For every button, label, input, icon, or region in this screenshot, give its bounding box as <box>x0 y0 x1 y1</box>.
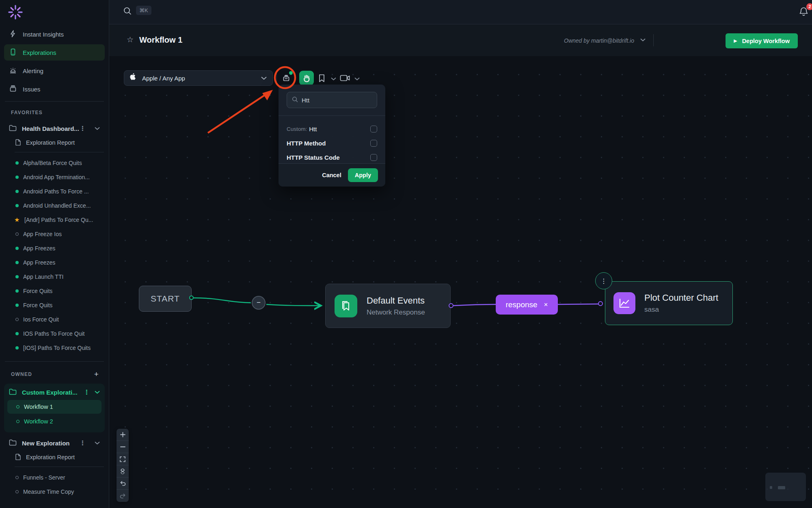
list-item[interactable]: Force Quits <box>0 284 109 298</box>
cancel-button[interactable]: Cancel <box>322 172 341 178</box>
favorites-folder-health-dashboard[interactable]: Health Dashboard... ⋮ <box>0 121 109 136</box>
popup-search-input[interactable] <box>302 97 367 104</box>
bookmark-button[interactable] <box>316 73 327 83</box>
edge-label-pill[interactable]: response × <box>496 295 558 315</box>
list-item[interactable]: Funnels - Server <box>0 470 109 484</box>
sidebar-item-workflow-2[interactable]: Workflow 2 <box>7 415 102 428</box>
zoom-out-button[interactable] <box>117 441 129 453</box>
green-dot-icon <box>15 304 19 307</box>
fit-view-button[interactable] <box>117 453 129 465</box>
sidebar-item-instant-insights[interactable]: Instant Insights <box>4 26 105 42</box>
sidebar-scroll: Instant Insights Explorations Alerting I… <box>0 24 109 508</box>
sidebar-item-issues[interactable]: Issues <box>4 81 105 97</box>
list-item[interactable]: Ios Force Quit <box>0 312 109 326</box>
collapse-edge-button[interactable]: − <box>252 296 266 310</box>
status-dot-icon <box>289 71 293 75</box>
redo-button[interactable] <box>117 490 129 502</box>
option-label: HTTP Method <box>287 140 370 147</box>
green-dot-icon <box>15 289 19 293</box>
add-exploration-button[interactable]: + <box>94 370 99 379</box>
node-port[interactable] <box>598 301 603 306</box>
list-item[interactable]: Android App Termination... <box>0 170 109 184</box>
app-selector-dropdown[interactable]: Apple / Any App <box>124 70 273 86</box>
deploy-workflow-button[interactable]: ▶ Deploy Workflow <box>726 33 798 48</box>
owner-label[interactable]: Owned by martin@bitdrift.io <box>564 37 634 44</box>
node-title: Default Events <box>367 295 425 306</box>
sidebar-divider <box>15 152 104 152</box>
bitdrift-logo-icon[interactable] <box>7 4 24 20</box>
list-item[interactable]: ★[Andr] Paths To Force Qu... <box>0 213 109 227</box>
list-item[interactable]: Measure Time Copy <box>0 484 109 499</box>
checkbox[interactable] <box>370 140 377 147</box>
lightning-icon <box>9 30 17 39</box>
search-shortcut-badge: ⌘K <box>136 6 151 15</box>
kebab-menu-icon: ⋮ <box>600 277 607 285</box>
default-events-node[interactable]: Default Events Network Response <box>325 284 451 328</box>
search-icon <box>292 96 298 104</box>
page-title: Workflow 1 <box>139 35 182 45</box>
start-node[interactable]: START <box>139 286 192 312</box>
sidebar-item-explorations[interactable]: Explorations <box>4 44 105 61</box>
search-icon[interactable] <box>123 7 132 17</box>
list-item[interactable]: IOS Paths To Force Quit <box>0 326 109 341</box>
checkbox[interactable] <box>370 154 377 161</box>
apply-button[interactable]: Apply <box>348 168 378 182</box>
archive-box-icon <box>9 85 17 93</box>
list-item[interactable]: App Freezes <box>0 241 109 255</box>
kebab-menu-icon[interactable]: ⋮ <box>84 389 90 396</box>
bookmark-event-icon <box>335 295 357 317</box>
green-dot-icon <box>15 190 19 193</box>
node-port[interactable] <box>189 295 194 300</box>
popup-option-custom[interactable]: Custom: Htt <box>279 123 385 135</box>
kebab-menu-icon[interactable]: ⋮ <box>80 439 86 447</box>
custom-prefix-label: Custom: <box>287 126 307 132</box>
folder-label: Custom Explorati... <box>22 389 84 396</box>
list-item[interactable]: [IOS] Paths To Force Quits <box>0 341 109 355</box>
page-header: ☆ Workflow 1 Owned by martin@bitdrift.io… <box>109 24 812 56</box>
sidebar-item-workflow-1[interactable]: Workflow 1 <box>7 400 102 414</box>
owned-folder-custom-explorations[interactable]: Custom Explorati... ⋮ <box>4 384 105 400</box>
folder-label: New Exploration <box>22 440 80 447</box>
apple-logo-icon <box>130 73 137 83</box>
owned-folder-new-exploration[interactable]: New Exploration ⋮ <box>0 436 109 450</box>
popup-option-http-method[interactable]: HTTP Method <box>279 137 385 149</box>
bookmark-dropdown-chevron-icon[interactable] <box>329 74 338 83</box>
hollow-circle-icon <box>16 420 19 423</box>
chevron-down-icon[interactable] <box>95 391 100 394</box>
remove-label-icon[interactable]: × <box>544 301 548 309</box>
popup-option-http-status-code[interactable]: HTTP Status Code <box>279 152 385 163</box>
camera-dropdown-chevron-icon[interactable] <box>352 74 361 83</box>
chevron-down-icon[interactable] <box>95 441 100 445</box>
owned-folder-group: Custom Explorati... ⋮ Workflow 1 Workflo… <box>4 384 105 432</box>
list-item[interactable]: App Freeze Ios <box>0 227 109 241</box>
checkbox[interactable] <box>370 126 377 132</box>
auto-layout-button[interactable] <box>117 465 129 478</box>
favorite-star-toggle[interactable]: ☆ <box>127 35 134 44</box>
owned-exploration-report[interactable]: Exploration Report <box>0 450 109 464</box>
node-port[interactable] <box>449 303 454 308</box>
hollow-circle-icon <box>16 405 19 408</box>
chevron-down-icon[interactable] <box>640 38 646 41</box>
list-item[interactable]: Android Unhandled Exce... <box>0 198 109 213</box>
list-item[interactable]: Android Paths To Force ... <box>0 184 109 198</box>
recording-camera-button[interactable] <box>339 73 351 83</box>
list-item[interactable]: Force Quits <box>0 298 109 312</box>
sidebar-item-alerting[interactable]: Alerting <box>4 63 105 79</box>
undo-button[interactable] <box>117 478 129 490</box>
zoom-in-button[interactable] <box>117 429 129 441</box>
green-dot-icon <box>15 176 19 179</box>
list-item[interactable]: App Launch TTI <box>0 269 109 284</box>
node-menu-button[interactable]: ⋮ <box>595 272 612 289</box>
kebab-menu-icon[interactable]: ⋮ <box>80 125 86 132</box>
minimap[interactable] <box>765 473 806 501</box>
favorites-exploration-report[interactable]: Exploration Report <box>0 136 109 150</box>
popup-search-box <box>287 92 377 108</box>
pan-hand-button[interactable] <box>299 71 314 85</box>
plot-counter-chart-node[interactable]: Plot Counter Chart sasa <box>605 281 733 325</box>
list-item[interactable]: Alpha/Beta Force Quits <box>0 156 109 170</box>
phone-icon <box>9 48 17 57</box>
chevron-down-icon[interactable] <box>95 127 100 130</box>
notification-count-badge: 2 <box>806 3 812 10</box>
list-item[interactable]: App Freezes <box>0 255 109 269</box>
minimap-node <box>778 486 785 489</box>
